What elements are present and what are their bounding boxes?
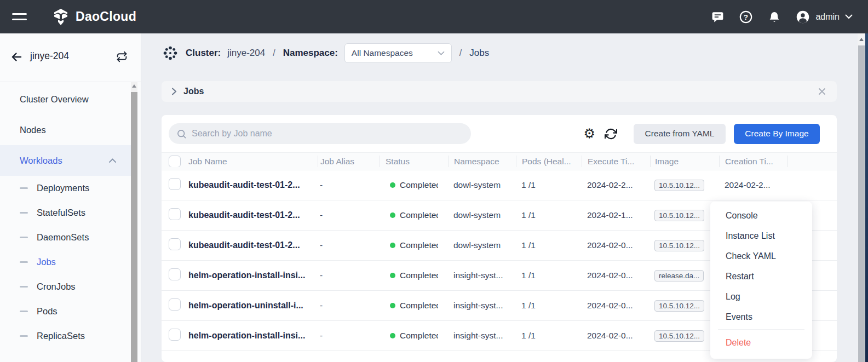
status-dot-icon bbox=[390, 273, 395, 278]
user-menu[interactable]: admin bbox=[796, 10, 853, 24]
row-checkbox[interactable] bbox=[169, 268, 181, 280]
status-dot-icon bbox=[390, 303, 395, 308]
sidebar-header: jinye-204 bbox=[0, 33, 141, 82]
namespace-cell: insight-syst... bbox=[448, 331, 516, 341]
row-checkbox[interactable] bbox=[169, 208, 181, 220]
close-icon[interactable] bbox=[818, 88, 826, 95]
sidebar-item-label: Jobs bbox=[37, 257, 56, 267]
pods-cell: 1 /1 bbox=[516, 331, 582, 341]
back-arrow-icon[interactable] bbox=[10, 50, 23, 64]
row-checkbox[interactable] bbox=[169, 329, 181, 341]
menu-item-delete[interactable]: Delete bbox=[710, 332, 812, 354]
namespace-cell: dowl-system bbox=[448, 210, 516, 220]
sidebar-item-deployments[interactable]: Deployments bbox=[0, 176, 131, 200]
status-dot-icon bbox=[390, 333, 395, 338]
menu-item-restart[interactable]: Restart bbox=[710, 266, 812, 286]
creation-time-cell: 2024-02-2... bbox=[719, 180, 787, 190]
sidebar-item-label: Workloads bbox=[20, 156, 62, 166]
row-checkbox[interactable] bbox=[169, 178, 181, 190]
table-row: kubeaudit-audit-test-01-2... - Completed… bbox=[162, 170, 837, 200]
job-name-link[interactable]: kubeaudit-audit-test-01-2... bbox=[188, 210, 300, 220]
dash-icon bbox=[20, 237, 28, 238]
status-dot-icon bbox=[390, 212, 395, 218]
execute-time-cell: 2024-02-1... bbox=[582, 210, 650, 220]
image-badge: 10.5.10.12... bbox=[654, 180, 704, 191]
chat-icon[interactable] bbox=[710, 10, 725, 24]
column-header-job-alias: Job Alias bbox=[318, 156, 380, 167]
create-by-image-button[interactable]: Create By Image bbox=[734, 124, 820, 144]
sidebar-scroll-up-icon[interactable] bbox=[132, 84, 136, 88]
sidebar-scrollbar[interactable] bbox=[131, 82, 137, 362]
cluster-value: jinye-204 bbox=[227, 48, 265, 59]
menu-item-log[interactable]: Log bbox=[710, 286, 812, 307]
image-badge: 10.5.10.12... bbox=[654, 300, 704, 312]
status-cell: Completed bbox=[380, 331, 448, 341]
menu-item-instance-list[interactable]: Instance List bbox=[710, 226, 812, 246]
job-name-link[interactable]: kubeaudit-audit-test-01-2... bbox=[188, 240, 300, 250]
sidebar-item-pods[interactable]: Pods bbox=[0, 299, 131, 324]
help-icon[interactable]: ? bbox=[739, 10, 753, 24]
sidebar-item-daemonsets[interactable]: DaemonSets bbox=[0, 225, 131, 250]
job-name-link[interactable]: helm-operation-install-insi... bbox=[188, 331, 305, 340]
job-name-link[interactable]: helm-operation-install-insi... bbox=[188, 271, 305, 280]
cluster-dots-icon bbox=[162, 44, 179, 62]
execute-time-cell: 2024-02-0... bbox=[582, 240, 650, 250]
table-header-row: Job NameJob AliasStatusNamespacePods (He… bbox=[162, 152, 837, 170]
menu-item-events[interactable]: Events bbox=[710, 307, 812, 327]
status-text: Completed bbox=[400, 210, 438, 220]
sidebar-item-nodes[interactable]: Nodes bbox=[0, 114, 131, 145]
execute-time-cell: 2024-02-0... bbox=[582, 331, 650, 341]
image-badge: 10.5.10.12... bbox=[654, 240, 704, 251]
column-header-creation-ti: Creation Ti... bbox=[719, 156, 787, 167]
create-from-yaml-button[interactable]: Create from YAML bbox=[634, 124, 726, 144]
dash-icon bbox=[20, 286, 28, 288]
sidebar-item-cronjobs[interactable]: CronJobs bbox=[0, 274, 131, 299]
main-scrollbar[interactable] bbox=[858, 33, 865, 362]
sidebar-item-jobs[interactable]: Jobs bbox=[0, 250, 131, 274]
search-box[interactable] bbox=[169, 123, 471, 144]
pods-cell: 1 /1 bbox=[516, 240, 582, 250]
namespace-select[interactable]: All Namespaces bbox=[344, 43, 452, 63]
switch-cluster-icon[interactable] bbox=[116, 51, 128, 62]
row-checkbox[interactable] bbox=[169, 298, 181, 311]
sidebar-item-label: CronJobs bbox=[37, 281, 76, 292]
sidebar-item-workloads[interactable]: Workloads bbox=[0, 145, 131, 176]
row-checkbox[interactable] bbox=[169, 238, 181, 250]
sidebar-item-cluster-overview[interactable]: Cluster Overview bbox=[0, 84, 131, 114]
main-scrollbar-thumb[interactable] bbox=[858, 45, 865, 362]
status-dot-icon bbox=[390, 243, 395, 248]
menu-divider bbox=[718, 329, 804, 330]
job-name-link[interactable]: helm-operation-uninstall-i... bbox=[188, 301, 303, 310]
menu-item-console[interactable]: Console bbox=[710, 205, 812, 226]
job-name-link[interactable]: kubeaudit-audit-test-01-2... bbox=[188, 180, 300, 189]
select-all-checkbox[interactable] bbox=[169, 156, 181, 167]
menu-item-check-yaml[interactable]: Check YAML bbox=[710, 246, 812, 266]
notifications-bell-icon[interactable] bbox=[767, 10, 781, 24]
daocloud-logo[interactable]: DaoCloud bbox=[51, 8, 136, 26]
breadcrumb-separator-2: / bbox=[459, 48, 462, 58]
daocloud-logo-icon bbox=[51, 8, 70, 26]
jobs-collapse-bar[interactable]: Jobs bbox=[162, 81, 837, 102]
main-scroll-up-icon[interactable] bbox=[859, 38, 864, 41]
avatar-icon bbox=[796, 10, 810, 24]
search-input[interactable] bbox=[192, 129, 449, 139]
refresh-icon[interactable] bbox=[605, 128, 617, 140]
breadcrumb-separator: / bbox=[273, 48, 275, 58]
sidebar-item-label: StatefulSets bbox=[37, 208, 85, 218]
namespace-select-value: All Namespaces bbox=[352, 48, 413, 58]
sidebar-item-replicasets[interactable]: ReplicaSets bbox=[0, 324, 131, 348]
sidebar-item-label: Pods bbox=[37, 306, 58, 317]
namespace-cell: dowl-system bbox=[448, 240, 516, 250]
menu-toggle-icon[interactable] bbox=[12, 13, 39, 20]
column-header-image: Image bbox=[650, 156, 719, 167]
brand-name: DaoCloud bbox=[76, 9, 136, 24]
dash-icon bbox=[20, 187, 28, 189]
settings-gear-icon[interactable]: ⚙ bbox=[583, 127, 595, 140]
search-icon bbox=[176, 129, 187, 139]
sidebar-scrollbar-thumb[interactable] bbox=[131, 92, 137, 362]
dash-icon bbox=[20, 311, 28, 312]
column-header-actions bbox=[787, 156, 837, 167]
row-context-menu: ConsoleInstance ListCheck YAMLRestartLog… bbox=[710, 202, 812, 359]
status-cell: Completed bbox=[380, 271, 448, 280]
sidebar-item-statefulsets[interactable]: StatefulSets bbox=[0, 200, 131, 225]
